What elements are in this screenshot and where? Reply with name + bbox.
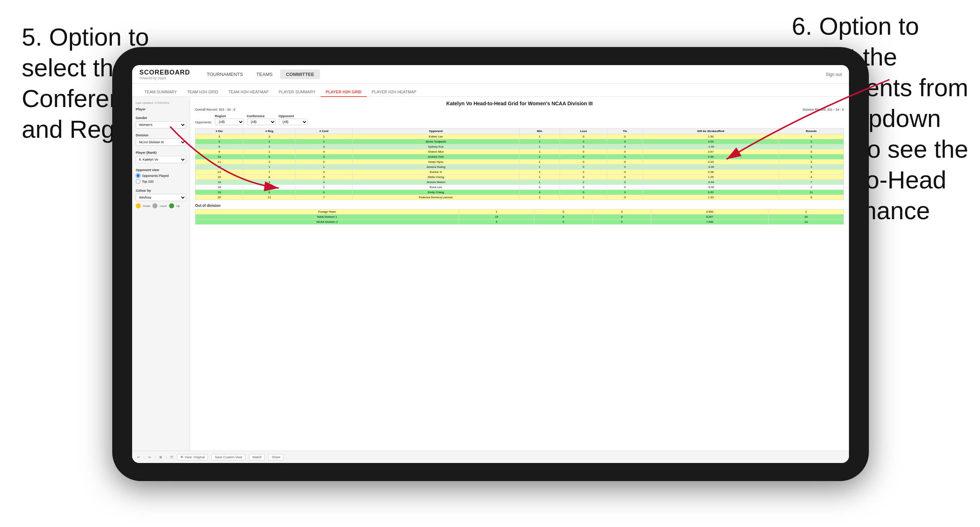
sub-nav-team-h2h-heatmap[interactable]: TEAM H2H HEATMAP	[223, 87, 274, 97]
cell-reg: 3	[243, 180, 296, 185]
dot-level-label: Level	[160, 204, 167, 208]
sub-nav-team-h2h-grid[interactable]: TEAM H2H GRID	[182, 87, 223, 97]
cell-div: 18	[196, 185, 243, 190]
cell-ood-diff: 4.500	[651, 210, 768, 214]
cell-reg: 6	[243, 154, 296, 160]
cell-ood-win: 1	[459, 210, 535, 214]
cell-loss: 0	[560, 165, 607, 170]
cell-div: 13	[196, 165, 243, 170]
cell-loss: 2	[560, 170, 607, 175]
cell-div: 3	[196, 134, 243, 139]
sub-nav-player-h2h-heatmap[interactable]: PLAYER H2H HEATMAP	[367, 87, 422, 97]
th-loss: Loss	[560, 129, 607, 134]
cell-rounds: 2	[779, 185, 843, 190]
view-original-label: View: Original	[190, 456, 205, 459]
table-row: 11 2 5 Heejo Hyun 1 0 0 3.33 3	[196, 160, 844, 165]
nav-committee[interactable]: COMMITTEE	[280, 70, 320, 79]
opponent-label: Opponent	[279, 114, 308, 118]
main-data-table: # Div # Reg # Conf Opponent Win Loss Tie…	[195, 128, 844, 200]
record-row: Overall Record: 353 - 34 - 6 Division Re…	[195, 108, 844, 111]
division-label: Division	[136, 133, 186, 137]
cell-rounds: 4	[779, 154, 843, 160]
cell-reg: 3	[243, 134, 296, 139]
gender-select[interactable]: Women's	[136, 121, 186, 129]
division-select[interactable]: NCAA Division III	[136, 138, 186, 146]
conference-label: Conference	[247, 114, 276, 118]
cell-loss: 0	[560, 144, 607, 149]
panel-player-rank: Player (Rank) 8. Katelyn Vo	[136, 151, 186, 163]
th-tie: Tie	[607, 129, 643, 134]
cell-loss: 0	[560, 154, 607, 160]
cell-tie: 0	[607, 139, 643, 144]
cell-win: 1	[519, 175, 560, 180]
cell-opponent: Euna Lee	[353, 185, 520, 190]
gender-label: Gender	[136, 116, 186, 120]
cell-diff: -3.00	[643, 165, 779, 170]
cell-opponent: Federica Domecq Lacroze	[353, 195, 520, 200]
cell-tie: 0	[607, 175, 643, 180]
toolbar-save-custom[interactable]: Save Custom View	[212, 454, 245, 460]
sub-nav-team-summary[interactable]: TEAM SUMMARY	[139, 87, 182, 97]
table-row: 13 1 1 Jessica Huang 1 0 0 -3.00 2	[196, 165, 844, 170]
tablet-screen: SCOREBOARD Powered by clippd TOURNAMENTS…	[132, 65, 849, 463]
cell-rounds: 7	[779, 180, 843, 185]
cell-ood-win: 15	[459, 214, 535, 219]
colour-by-select[interactable]: Win/loss	[136, 194, 186, 201]
cell-rounds: 11	[779, 190, 843, 195]
cell-win: 2	[519, 170, 560, 175]
nav-teams[interactable]: TEAMS	[251, 70, 278, 79]
cell-opponent: Sydney Kuo	[353, 144, 520, 149]
cell-rounds: 3	[779, 160, 843, 165]
nav-tournaments[interactable]: TOURNAMENTS	[201, 70, 249, 79]
player-rank-select[interactable]: 8. Katelyn Vo	[136, 156, 186, 163]
sub-nav-player-h2h-grid[interactable]: PLAYER H2H GRID	[321, 87, 367, 97]
th-conf: # Conf	[296, 129, 353, 134]
dot-up-label: Up	[176, 204, 180, 208]
cell-ood-opponent: Foreign Team	[196, 210, 459, 214]
cell-win: 1	[519, 144, 560, 149]
radio-opponents-played[interactable]: Opponents Played	[136, 173, 186, 178]
cell-div: 16	[196, 180, 243, 185]
cell-loss: 0	[560, 149, 607, 154]
table-row: 16 3 4 Jessica Mason 1 2 0 -0.94 7	[196, 180, 844, 185]
cell-win: 2	[519, 154, 560, 160]
radio-top100[interactable]: Top 100	[136, 179, 186, 184]
logo-text: SCOREBOARD	[139, 69, 190, 76]
cell-conf: 4	[296, 180, 353, 185]
cell-win: 1	[519, 160, 560, 165]
filter-opponent: Opponent (All)	[279, 114, 308, 125]
table-row: 20 11 7 Federica Domecq Lacroze 2 1 0 1.…	[196, 195, 844, 200]
cell-conf: 5	[296, 175, 353, 180]
toolbar-share[interactable]: Share	[268, 454, 283, 460]
opponent-view-label: Opponent view	[136, 168, 186, 172]
toolbar-watch[interactable]: Watch	[249, 454, 265, 460]
region-select[interactable]: (All)	[215, 119, 244, 125]
cell-opponent: Andrea York	[353, 154, 520, 160]
cell-reg: 2	[243, 160, 296, 165]
cell-diff: 1.25	[643, 175, 779, 180]
cell-conf: 6	[296, 190, 353, 195]
sub-nav-player-summary[interactable]: PLAYER SUMMARY	[274, 87, 321, 97]
cell-loss: 1	[560, 195, 607, 200]
cell-opponent: Sharon Mun	[353, 149, 520, 154]
table-row: 5 2 2 Alexis Sudjianto 1 0 0 4.00 3	[196, 139, 844, 144]
logo-sub: Powered by clippd	[139, 76, 190, 80]
cell-loss: 0	[560, 160, 607, 165]
last-updated: Last Updated: 27/03/2024	[136, 101, 186, 105]
cell-loss: 0	[560, 190, 607, 195]
cell-rounds: 4	[779, 134, 843, 139]
dot-up	[169, 203, 174, 208]
cell-conf: 4	[296, 149, 353, 154]
table-row: 6 3 3 Sydney Kuo 1 0 0 -1.00 3	[196, 144, 844, 149]
cell-div: 20	[196, 195, 243, 200]
cell-div: 9	[196, 149, 243, 154]
cell-opponent: Esther Lee	[353, 134, 520, 139]
conference-select[interactable]: (All)	[247, 119, 276, 125]
sign-out[interactable]: Sign out	[826, 72, 842, 77]
cell-reg: 2	[243, 139, 296, 144]
cell-conf: 4	[296, 170, 353, 175]
colour-by-label: Colour by	[136, 189, 186, 192]
toolbar-view-original[interactable]: 👁 View: Original	[190, 454, 208, 460]
opponent-select[interactable]: (All)	[279, 119, 308, 125]
cell-tie: 0	[607, 134, 643, 139]
